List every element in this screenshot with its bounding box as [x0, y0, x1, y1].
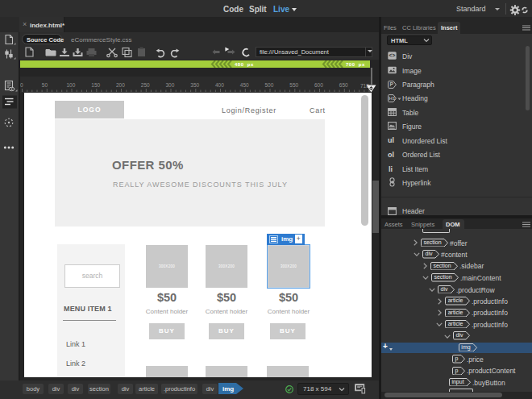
svg-text:100: 100	[67, 82, 76, 88]
svg-text:300: 300	[166, 82, 175, 88]
svg-text:500: 500	[265, 82, 274, 88]
svg-text:250: 250	[141, 82, 150, 88]
svg-text:480 px: 480 px	[235, 62, 254, 67]
svg-text:50: 50	[42, 82, 48, 88]
svg-text:P: P	[389, 81, 393, 87]
svg-text:img: img	[222, 385, 234, 393]
svg-text:150: 150	[91, 82, 100, 88]
svg-text:700 px: 700 px	[346, 62, 365, 67]
svg-text:450: 450	[240, 82, 249, 88]
svg-text:600: 600	[314, 82, 323, 88]
svg-text:400: 400	[215, 82, 224, 88]
svg-text:<>: <>	[389, 53, 396, 59]
svg-text:350: 350	[190, 82, 199, 88]
svg-text:550: 550	[289, 82, 298, 88]
svg-text:200: 200	[116, 82, 125, 88]
svg-text:650: 650	[339, 82, 348, 88]
svg-text:0: 0	[20, 82, 23, 88]
svg-text:H1: H1	[389, 96, 396, 101]
